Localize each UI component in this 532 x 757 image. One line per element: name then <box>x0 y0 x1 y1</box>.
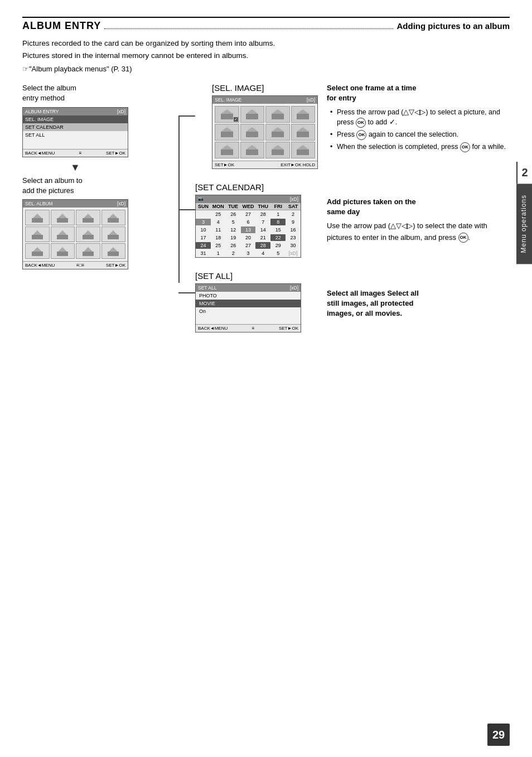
section-1-bullets: Press the arrow pad (△▽◁▷) to select a p… <box>327 107 510 152</box>
content-area: Select the albumentry method ALBUM ENTRY… <box>22 83 510 332</box>
bullet-1: Press the arrow pad (△▽◁▷) to select a p… <box>330 107 510 128</box>
sel-img-footer-right: EXIT►OK HOLD <box>280 162 315 167</box>
sel-image-header-right: [xD] <box>307 97 315 103</box>
svg-rect-28 <box>272 114 284 119</box>
cal-sun: SUN <box>196 204 211 209</box>
svg-marker-19 <box>58 247 67 252</box>
svg-marker-37 <box>272 127 284 132</box>
svg-rect-34 <box>246 132 258 137</box>
intro-line2: Pictures stored in the internal memory c… <box>22 50 510 62</box>
svg-rect-10 <box>57 235 68 239</box>
cal-header-left: 📷 <box>198 196 204 202</box>
menu-set-calendar[interactable]: SET CALENDAR <box>23 123 128 131</box>
album-cell-10 <box>51 243 75 259</box>
svg-marker-33 <box>221 127 233 132</box>
cal-sat: SAT <box>286 204 301 209</box>
cal-mon: MON <box>211 204 226 209</box>
sel-img-footer-left: SET►OK <box>215 162 234 167</box>
label-select-album: Select an album toadd the pictures <box>22 176 178 196</box>
page-number: 29 <box>487 724 510 746</box>
cal-tue: TUE <box>226 204 241 209</box>
svg-marker-13 <box>84 230 93 235</box>
album-entry-screen: ALBUM ENTRY [xD] SEL. IMAGE SET CALENDAR… <box>22 107 128 157</box>
album-thumb-grid <box>23 208 128 261</box>
ok-icon-1: OK <box>356 118 366 128</box>
svg-marker-11 <box>58 230 67 235</box>
svg-rect-8 <box>32 235 43 239</box>
sel-album-header: SEL. ALBUM [xD] <box>23 200 128 208</box>
svg-rect-24 <box>221 114 233 119</box>
set-all-on[interactable]: On <box>196 307 301 315</box>
thumb-7 <box>265 124 290 141</box>
svg-marker-7 <box>109 214 118 218</box>
bullet-3: When the selection is completed, press O… <box>330 142 510 152</box>
set-calendar-row: [SET CALENDAR] 📷 [xD] SUN MON TUE WED TH <box>178 182 318 262</box>
svg-rect-22 <box>108 252 119 256</box>
thumb-1: ✓ <box>215 106 239 123</box>
thumb-2 <box>240 106 265 123</box>
thumb-9 <box>215 142 239 158</box>
sel-image-thumb-grid: ✓ <box>212 104 317 161</box>
set-all-movie[interactable]: MOVIE <box>196 300 301 307</box>
svg-rect-36 <box>272 132 284 137</box>
thumb-10 <box>240 142 265 158</box>
set-all-row: [SET ALL] SET ALL [xD] PHOTO MOVIE On BA… <box>178 271 318 332</box>
page-container: ALBUM ENTRY Adding pictures to an album … <box>0 0 532 757</box>
set-calendar-screen: 📷 [xD] SUN MON TUE WED THU FRI SAT <box>195 195 301 258</box>
bullet-2: Press OK again to cancel the selection. <box>330 129 510 140</box>
menu-sel-image[interactable]: SEL. IMAGE <box>23 115 128 123</box>
svg-marker-47 <box>297 145 309 150</box>
album-cell-4 <box>101 210 126 225</box>
svg-rect-16 <box>32 252 43 256</box>
svg-marker-3 <box>58 214 67 218</box>
intro-text: Pictures recorded to the card can be org… <box>22 37 510 61</box>
thumb-5 <box>215 124 239 141</box>
intro-note: ☞"Album playback menus" (P. 31) <box>22 65 510 73</box>
ok-icon-4: OK <box>458 233 468 243</box>
sel-image-label: [SEL. IMAGE] <box>212 83 318 93</box>
cal-thu: THU <box>255 204 270 209</box>
svg-marker-39 <box>297 127 309 132</box>
svg-rect-2 <box>57 218 68 223</box>
cal-row-3: 10 11 12 13 14 15 16 <box>196 226 301 234</box>
set-all-header-right: [xD] <box>290 285 298 291</box>
cal-row-5: 24 25 26 27 28 29 30 <box>196 242 301 249</box>
svg-rect-6 <box>108 218 119 223</box>
album-cell-12 <box>101 243 126 259</box>
svg-marker-21 <box>84 247 93 252</box>
thumb-4 <box>291 106 316 123</box>
svg-marker-15 <box>109 230 118 235</box>
section-select-all: Select all images Select allstill images… <box>327 288 510 319</box>
set-all-header-left: SET ALL <box>198 285 216 291</box>
svg-marker-41 <box>221 145 233 150</box>
album-entry-header: ALBUM ENTRY [xD] <box>23 108 128 115</box>
menu-set-all[interactable]: SET ALL <box>23 131 128 139</box>
header-title-right: Adding pictures to an album <box>396 21 510 31</box>
side-tab-container: 2 Menu operations <box>516 162 532 264</box>
header-dots <box>104 28 393 29</box>
ok-icon-3: OK <box>460 142 470 152</box>
page-header: ALBUM ENTRY Adding pictures to an album <box>22 17 510 32</box>
cal-header: 📷 [xD] <box>196 195 301 203</box>
cal-row-6: 31 1 2 3 4 5 [xD] <box>196 249 301 257</box>
header-title-left: ALBUM ENTRY <box>22 20 101 32</box>
set-all-photo[interactable]: PHOTO <box>196 292 301 300</box>
set-calendar-content: [SET CALENDAR] 📷 [xD] SUN MON TUE WED TH <box>195 182 301 262</box>
sel-image-section <box>178 83 195 117</box>
cal-days-header: SUN MON TUE WED THU FRI SAT <box>196 203 301 210</box>
intro-line1: Pictures recorded to the card can be org… <box>22 37 510 50</box>
h-line-2 <box>178 209 195 210</box>
svg-marker-23 <box>109 247 118 252</box>
thumb-12 <box>291 142 316 158</box>
album-cell-7 <box>76 226 100 242</box>
svg-marker-5 <box>84 214 93 218</box>
h-line-3 <box>178 292 195 293</box>
right-panel: Select one frame at a timefor entry Pres… <box>318 83 510 332</box>
set-all-label: [SET ALL] <box>195 271 301 281</box>
svg-rect-14 <box>108 235 119 239</box>
set-all-screen: SET ALL [xD] PHOTO MOVIE On BACK◄MENU ≡ … <box>195 283 301 332</box>
side-number: 2 <box>516 162 532 184</box>
down-arrow-1: ▼ <box>22 162 128 173</box>
check-mark-1: ✓ <box>234 117 238 122</box>
album-cell-9 <box>25 243 50 259</box>
